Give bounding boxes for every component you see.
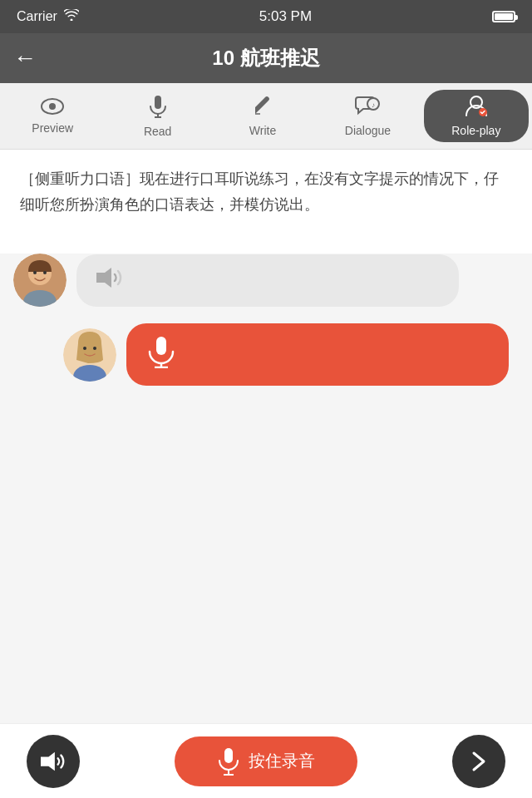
tab-bar: Preview Read Write ♪: [0, 83, 532, 150]
tab-roleplay-label: Role-play: [451, 124, 500, 137]
pen-icon: [252, 96, 273, 121]
back-button[interactable]: ←: [13, 45, 37, 71]
female-record-row: [13, 323, 519, 386]
mic-icon: [149, 95, 167, 121]
bottom-controls: 按住录音: [0, 723, 532, 798]
record-bubble[interactable]: [126, 323, 509, 386]
svg-marker-15: [96, 268, 111, 288]
female-avatar: [63, 328, 116, 382]
svg-point-14: [43, 271, 47, 274]
status-time: 5:03 PM: [259, 8, 312, 25]
male-speech-bubble[interactable]: [76, 254, 459, 307]
tab-preview-label: Preview: [32, 121, 73, 135]
svg-point-13: [33, 271, 37, 274]
status-bar: Carrier 5:03 PM: [0, 0, 532, 33]
svg-point-1: [49, 103, 56, 110]
carrier-label: Carrier: [17, 9, 57, 24]
battery-icon: [492, 11, 515, 22]
tab-write-label: Write: [249, 124, 276, 137]
status-bar-right: [492, 11, 515, 22]
page-title: 10 航班推迟: [212, 45, 319, 71]
svg-point-22: [83, 347, 86, 350]
tab-read-label: Read: [144, 125, 171, 138]
dialogue-icon: ♪: [355, 96, 380, 121]
record-label: 按住录音: [249, 750, 315, 772]
svg-marker-24: [41, 751, 55, 771]
tab-dialogue[interactable]: ♪ Dialogue: [315, 83, 420, 149]
tab-dialogue-label: Dialogue: [345, 124, 391, 137]
record-mic-icon: [146, 335, 176, 374]
speaker-icon: [96, 266, 123, 295]
chat-area: [0, 254, 532, 386]
tab-roleplay[interactable]: Role-play: [424, 90, 529, 142]
svg-rect-16: [156, 337, 166, 355]
header: ← 10 航班推迟: [0, 33, 532, 83]
next-button[interactable]: [452, 735, 505, 788]
svg-text:♪: ♪: [372, 101, 375, 109]
eye-icon: [41, 98, 64, 118]
svg-rect-2: [155, 96, 161, 109]
male-speaker-row: [13, 254, 519, 307]
content-area: ［侧重听力口语］现在进行口耳听说练习，在没有文字提示的情况下，仔细听您所扮演角色…: [0, 150, 532, 254]
instruction-text: ［侧重听力口语］现在进行口耳听说练习，在没有文字提示的情况下，仔细听您所扮演角色…: [20, 166, 512, 217]
status-bar-left: Carrier: [17, 9, 79, 24]
male-avatar: [13, 254, 66, 307]
tab-preview[interactable]: Preview: [0, 83, 105, 149]
record-button[interactable]: 按住录音: [175, 736, 357, 786]
svg-rect-25: [224, 748, 233, 763]
svg-point-23: [93, 347, 96, 350]
volume-button[interactable]: [27, 735, 80, 788]
wifi-icon: [64, 9, 79, 24]
tab-read[interactable]: Read: [105, 83, 209, 149]
roleplay-icon: [465, 96, 488, 121]
tab-write[interactable]: Write: [210, 83, 315, 149]
